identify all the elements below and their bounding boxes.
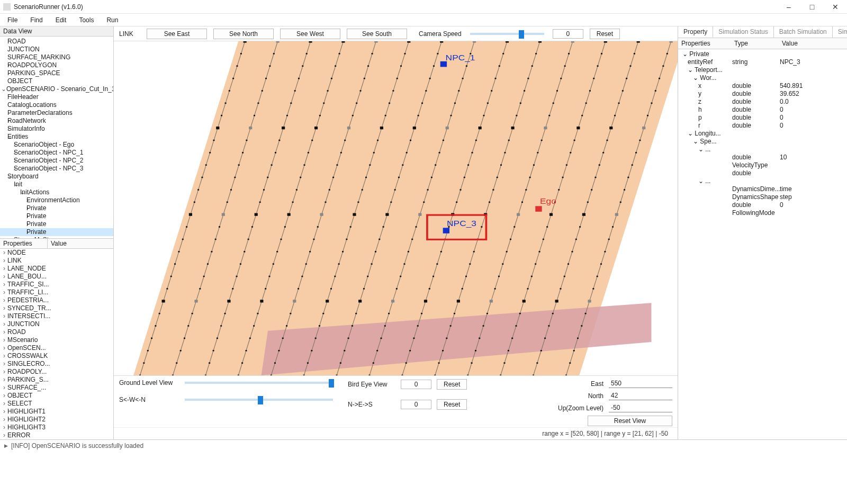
caret-closed-icon[interactable]: ›: [1, 296, 7, 304]
reset-view-button[interactable]: Reset View: [588, 416, 672, 426]
tree-row[interactable]: ›Private: [0, 204, 113, 212]
tree-row[interactable]: FileHeader: [0, 93, 113, 101]
tree-row[interactable]: ⌄InitActions: [0, 188, 113, 196]
right-property-row[interactable]: ⌄ Longitu...: [678, 130, 847, 138]
right-property-row[interactable]: entityRefstringNPC_3: [678, 58, 847, 66]
right-property-row[interactable]: rdouble0: [678, 122, 847, 130]
tree-row[interactable]: SURFACE_MARKING: [0, 53, 113, 61]
caret-closed-icon[interactable]: ›: [1, 392, 7, 400]
left-property-row[interactable]: ›HIGHLIGHT1: [0, 408, 113, 416]
tree-row[interactable]: ⌄Storyboard: [0, 173, 113, 181]
see-east-button[interactable]: See East: [147, 29, 207, 39]
tree-row[interactable]: PARKING_SPACE: [0, 69, 113, 77]
left-property-row[interactable]: ›SYNCED_TR...: [0, 304, 113, 312]
tree-row[interactable]: ›RoadNetwork: [0, 117, 113, 125]
tree-row[interactable]: ›ScenarioObject - NPC_2: [0, 157, 113, 165]
tree-row[interactable]: ›Private: [0, 212, 113, 220]
caret-closed-icon[interactable]: ›: [1, 408, 7, 416]
caret-closed-icon[interactable]: ›: [1, 265, 7, 273]
right-property-row[interactable]: double10: [678, 154, 847, 161]
caret-closed-icon[interactable]: ›: [1, 141, 14, 149]
caret-closed-icon[interactable]: ›: [1, 376, 7, 384]
caret-closed-icon[interactable]: ›: [1, 249, 7, 257]
tree-row[interactable]: ›Private: [0, 220, 113, 228]
right-property-row[interactable]: ⌄ ...: [678, 146, 847, 154]
swn-slider[interactable]: [185, 399, 333, 401]
caret-closed-icon[interactable]: ›: [1, 416, 7, 424]
caret-closed-icon[interactable]: ›: [1, 360, 7, 368]
right-property-row[interactable]: xdouble540.891: [678, 82, 847, 90]
right-property-row[interactable]: hdouble0: [678, 106, 847, 114]
caret-closed-icon[interactable]: ›: [1, 61, 7, 69]
caret-closed-icon[interactable]: ›: [1, 165, 14, 173]
camera-speed-slider[interactable]: [470, 33, 544, 35]
left-property-row[interactable]: ›JUNCTION: [0, 320, 113, 328]
left-property-row[interactable]: ›OpenSCEN...: [0, 344, 113, 352]
left-property-row[interactable]: ›SELECT: [0, 400, 113, 408]
right-property-row[interactable]: ⌄ Wor...: [678, 74, 847, 82]
caret-closed-icon[interactable]: ›: [1, 344, 7, 352]
tab-batch-simulation[interactable]: Batch Simulation: [774, 26, 833, 38]
caret-closed-icon[interactable]: ›: [1, 125, 7, 133]
window-close-button[interactable]: ✕: [824, 0, 847, 14]
east-value[interactable]: 550: [609, 379, 672, 388]
right-property-row[interactable]: pdouble0: [678, 114, 847, 122]
tree-row[interactable]: ⌄Init: [0, 181, 113, 188]
tree-row[interactable]: ParameterDeclarations: [0, 109, 113, 117]
caret-closed-icon[interactable]: ›: [1, 328, 7, 336]
tree-row[interactable]: ›EnvironmentAction: [0, 196, 113, 204]
caret-closed-icon[interactable]: ›: [1, 228, 26, 236]
right-property-row[interactable]: ⌄ Teleport...: [678, 66, 847, 74]
tree-row[interactable]: ›ROADPOLYGON: [0, 61, 113, 69]
data-view-tree[interactable]: ROAD JUNCTION SURFACE_MARKING›ROADPOLYGO…: [0, 37, 113, 239]
left-property-row[interactable]: ›PARKING_S...: [0, 376, 113, 384]
caret-closed-icon[interactable]: ›: [1, 220, 26, 228]
right-property-row[interactable]: ydouble39.652: [678, 90, 847, 98]
right-property-row[interactable]: zdouble0.0: [678, 98, 847, 106]
caret-closed-icon[interactable]: ›: [1, 384, 7, 392]
left-property-row[interactable]: ›SINGLECRO...: [0, 360, 113, 368]
right-property-row[interactable]: double0: [678, 201, 847, 209]
caret-closed-icon[interactable]: ›: [1, 400, 7, 408]
glv-slider-thumb[interactable]: [329, 379, 334, 388]
map-viewport[interactable]: Ego NPC_1 NPC_3: [114, 41, 678, 375]
caret-closed-icon[interactable]: ›: [1, 273, 7, 281]
tree-row[interactable]: ›ScenarioObject - NPC_1: [0, 149, 113, 157]
see-west-button[interactable]: See West: [280, 29, 340, 39]
left-property-row[interactable]: ›INTERSECTI...: [0, 312, 113, 320]
tree-row[interactable]: ⌄OpenSCENARIO - Scenario_Cut_In_1: [0, 85, 113, 93]
menu-file[interactable]: File: [5, 14, 20, 26]
caret-closed-icon[interactable]: ›: [1, 281, 7, 289]
left-property-row[interactable]: ›SURFACE_...: [0, 384, 113, 392]
tab-property[interactable]: Property: [678, 26, 713, 38]
caret-closed-icon[interactable]: ›: [1, 320, 7, 328]
menu-run[interactable]: Run: [104, 14, 120, 26]
left-property-row[interactable]: ›NODE: [0, 249, 113, 257]
right-property-row[interactable]: ⌄ ...: [678, 177, 847, 185]
caret-open-icon[interactable]: ⌄: [1, 133, 7, 141]
tree-row[interactable]: ⌄Entities: [0, 133, 113, 141]
left-property-row[interactable]: ›ROAD: [0, 328, 113, 336]
north-value[interactable]: 42: [609, 391, 672, 400]
tab-simulation-more[interactable]: Simulati: [833, 26, 847, 38]
tree-row[interactable]: ›SimulatorInfo: [0, 125, 113, 133]
left-property-row[interactable]: ›CROSSWALK: [0, 352, 113, 360]
left-property-row[interactable]: ›ROADPOLY...: [0, 368, 113, 376]
see-south-button[interactable]: See South: [347, 29, 407, 39]
left-property-row[interactable]: ›LANE_BOU...: [0, 273, 113, 281]
caret-closed-icon[interactable]: ›: [1, 289, 7, 296]
tree-row[interactable]: ROAD: [0, 38, 113, 46]
tree-row[interactable]: ›ScenarioObject - Ego: [0, 141, 113, 149]
right-property-row[interactable]: VelocityType: [678, 161, 847, 169]
caret-closed-icon[interactable]: ›: [1, 149, 14, 157]
left-property-row[interactable]: ›TRAFFIC_LI...: [0, 289, 113, 296]
right-property-row[interactable]: ⌄ Private: [678, 50, 847, 58]
caret-closed-icon[interactable]: ›: [1, 312, 7, 320]
menu-edit[interactable]: Edit: [53, 14, 69, 26]
caret-closed-icon[interactable]: ›: [1, 117, 7, 125]
tab-simulation-status[interactable]: Simulation Status: [713, 26, 773, 38]
camera-speed-value[interactable]: 0: [553, 29, 583, 39]
left-property-row[interactable]: ›TRAFFIC_SI...: [0, 281, 113, 289]
caret-open-icon[interactable]: ⌄: [1, 181, 14, 188]
left-property-row[interactable]: ›ERROR: [0, 431, 113, 439]
